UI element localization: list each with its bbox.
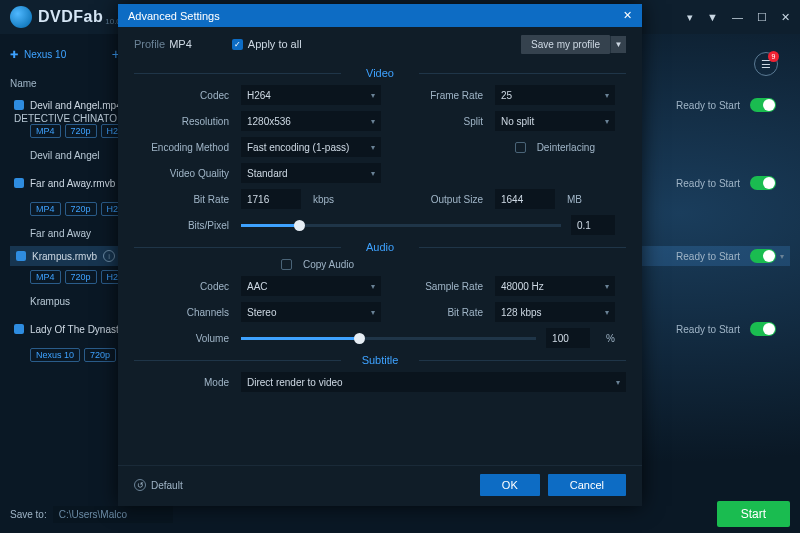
format-chip[interactable]: 720p	[65, 270, 97, 284]
quality-select[interactable]: Standard	[241, 163, 381, 183]
ok-button[interactable]: OK	[480, 474, 540, 496]
samplerate-select[interactable]: 48000 Hz	[495, 276, 615, 296]
app-name: DVDFab	[38, 8, 103, 26]
dialog-close-button[interactable]: ✕	[623, 9, 632, 22]
audio-section-header: Audio	[134, 241, 626, 253]
framerate-select[interactable]: 25	[495, 85, 615, 105]
bitrate-label: Bit Rate	[134, 194, 229, 205]
file-toggle[interactable]	[750, 176, 776, 190]
format-chip[interactable]: Nexus 10	[30, 348, 80, 362]
file-checkbox[interactable]	[14, 324, 24, 334]
format-chip[interactable]: 720p	[84, 348, 116, 362]
video-section-header: Video	[134, 67, 626, 79]
format-chip[interactable]: MP4	[30, 270, 61, 284]
audio-codec-label: Codec	[134, 281, 229, 292]
file-toggle[interactable]	[750, 98, 776, 112]
video-codec-select[interactable]: H264	[241, 85, 381, 105]
save-path-input[interactable]: C:\Users\Malco	[53, 506, 173, 523]
outputsize-label: Output Size	[393, 194, 483, 205]
apply-all-label: Apply to all	[248, 38, 302, 50]
file-status: Ready to Start	[676, 178, 740, 189]
app-logo-icon	[10, 6, 32, 28]
maximize-button[interactable]: ☐	[757, 11, 767, 24]
file-toggle[interactable]	[750, 322, 776, 336]
volume-slider-fill	[241, 337, 359, 340]
profile-row: Profile MP4 ✓ Apply to all Save my profi…	[134, 27, 626, 61]
menu-dropdown-icon[interactable]: ▾	[687, 11, 693, 24]
channels-select[interactable]: Stereo	[241, 302, 381, 322]
bpp-slider-thumb[interactable]	[294, 220, 305, 231]
volume-label: Volume	[134, 333, 229, 344]
file-status: Ready to Start	[676, 324, 740, 335]
channels-label: Channels	[134, 307, 229, 318]
bpp-label: Bits/Pixel	[134, 220, 229, 231]
subtitle-mode-label: Mode	[134, 377, 229, 388]
device-add-icon: ✚	[10, 49, 18, 60]
file-checkbox[interactable]	[16, 251, 26, 261]
outputsize-unit: MB	[561, 194, 582, 205]
file-name: Far and Away.rmvb	[30, 178, 115, 189]
apply-all-checkbox[interactable]: ✓	[232, 39, 243, 50]
file-name: Krampus.rmvb	[32, 251, 97, 262]
deinterlacing-checkbox[interactable]	[515, 142, 526, 153]
split-label: Split	[393, 116, 483, 127]
start-button[interactable]: Start	[717, 501, 790, 527]
codec-label: Codec	[134, 90, 229, 101]
file-name: Devil and Angel.mp4	[30, 100, 122, 111]
pin-icon[interactable]: ▼	[707, 11, 718, 24]
bpp-input[interactable]: 0.1	[571, 215, 615, 235]
reset-icon: ↺	[134, 479, 146, 491]
volume-unit: %	[600, 333, 615, 344]
dialog-titlebar[interactable]: Advanced Settings ✕	[118, 4, 642, 27]
save-profile-button[interactable]: Save my profile	[521, 35, 610, 54]
file-checkbox[interactable]	[14, 178, 24, 188]
bpp-slider-fill	[241, 224, 299, 227]
split-select[interactable]: No split	[495, 111, 615, 131]
deinterlacing-label: Deinterlacing	[537, 142, 595, 153]
dialog-title: Advanced Settings	[128, 10, 220, 22]
bpp-slider[interactable]	[241, 224, 561, 227]
resolution-select[interactable]: 1280x536	[241, 111, 381, 131]
volume-slider-thumb[interactable]	[354, 333, 365, 344]
encoding-select[interactable]: Fast encoding (1-pass)	[241, 137, 381, 157]
format-chip[interactable]: 720p	[65, 202, 97, 216]
file-toggle[interactable]	[750, 249, 776, 263]
audio-bitrate-select[interactable]: 128 kbps	[495, 302, 615, 322]
volume-slider[interactable]	[241, 337, 536, 340]
format-chip[interactable]: MP4	[30, 202, 61, 216]
file-status: Ready to Start	[676, 251, 740, 262]
profile-value: MP4	[169, 38, 192, 50]
audio-codec-select[interactable]: AAC	[241, 276, 381, 296]
encoding-label: Encoding Method	[134, 142, 229, 153]
subtitle-mode-select[interactable]: Direct render to video	[241, 372, 626, 392]
notifications-button[interactable]: ☰ 9	[754, 52, 778, 76]
video-bitrate-input[interactable]: 1716	[241, 189, 301, 209]
info-icon[interactable]: i	[103, 250, 115, 262]
notification-count: 9	[768, 51, 779, 62]
framerate-label: Frame Rate	[393, 90, 483, 101]
close-button[interactable]: ✕	[781, 11, 790, 24]
copy-audio-checkbox[interactable]	[281, 259, 292, 270]
copy-audio-label: Copy Audio	[303, 259, 354, 270]
device-selector[interactable]: ✚ Nexus 10 +	[10, 42, 128, 66]
format-chip[interactable]: MP4	[30, 124, 61, 138]
save-profile-dropdown[interactable]: ▼	[610, 36, 626, 53]
resolution-label: Resolution	[134, 116, 229, 127]
subtitle-section-header: Subtitle	[134, 354, 626, 366]
outputsize-input[interactable]: 1644	[495, 189, 555, 209]
minimize-button[interactable]: —	[732, 11, 743, 24]
advanced-settings-dialog: Advanced Settings ✕ Profile MP4 ✓ Apply …	[118, 4, 642, 506]
default-button[interactable]: ↺ Default	[134, 479, 183, 491]
format-chip[interactable]: 720p	[65, 124, 97, 138]
file-checkbox[interactable]	[14, 100, 24, 110]
file-status: Ready to Start	[676, 100, 740, 111]
cancel-button[interactable]: Cancel	[548, 474, 626, 496]
device-name: Nexus 10	[24, 49, 66, 60]
audio-bitrate-label: Bit Rate	[393, 307, 483, 318]
samplerate-label: Sample Rate	[393, 281, 483, 292]
profile-label: Profile	[134, 38, 165, 50]
column-header-name: Name	[10, 78, 128, 89]
quality-label: Video Quality	[134, 168, 229, 179]
bitrate-unit: kbps	[307, 194, 334, 205]
volume-input[interactable]: 100	[546, 328, 590, 348]
